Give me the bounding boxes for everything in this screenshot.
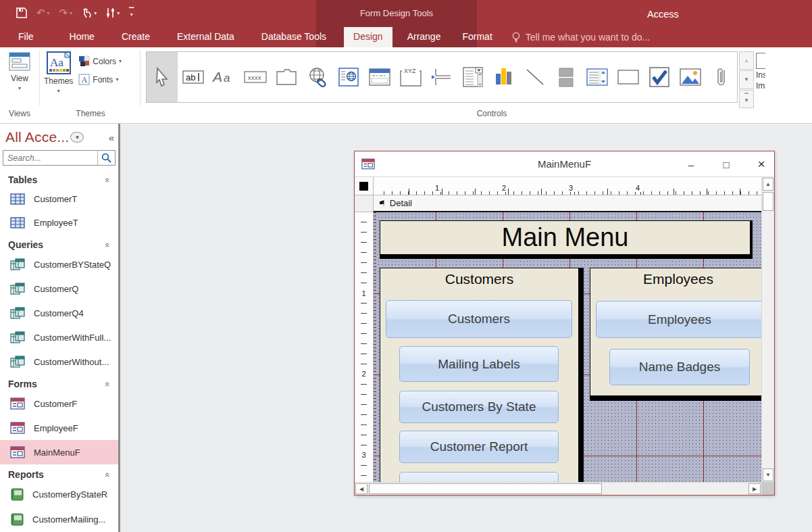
insert-image-icon bbox=[756, 53, 765, 69]
nav-menu-dropdown-icon[interactable]: ▼ bbox=[70, 132, 84, 143]
nav-item-mainmenuf[interactable]: MainMenuF bbox=[0, 440, 118, 464]
name-badges-button[interactable]: Name Badges bbox=[609, 349, 750, 385]
svg-text:A: A bbox=[82, 75, 88, 84]
gallery-scroll-up-icon[interactable]: ▲ bbox=[739, 51, 754, 70]
horizontal-scroll-thumb[interactable] bbox=[369, 483, 602, 494]
ribbon: View ▾ Aa Themes ▾ Colors ▾ A Fonts bbox=[0, 47, 812, 124]
nav-item-customerf[interactable]: CustomerF bbox=[0, 391, 118, 416]
qat-dropdown-icon[interactable]: ▔▾ bbox=[129, 9, 134, 16]
save-icon[interactable] bbox=[16, 7, 27, 18]
nav-item-customerbystater[interactable]: CustomerByStateR bbox=[0, 482, 118, 507]
nav-group-reports[interactable]: Reports« bbox=[0, 464, 118, 482]
nav-item-customerq[interactable]: CustomerQ bbox=[0, 276, 118, 301]
nav-item-customerwithfull[interactable]: CustomerWithFull... bbox=[0, 325, 118, 349]
tab-design[interactable]: Design bbox=[344, 27, 392, 47]
navigation-control-icon[interactable] bbox=[364, 52, 395, 102]
section-selector-cell[interactable] bbox=[355, 195, 373, 212]
attachment-icon[interactable] bbox=[706, 52, 737, 102]
nav-group-tables[interactable]: Tables« bbox=[0, 170, 118, 187]
nav-group-forms[interactable]: Forms« bbox=[0, 374, 118, 391]
vruler-number: 1 bbox=[355, 289, 373, 297]
shutter-bar-collapse-icon[interactable]: « bbox=[109, 132, 114, 143]
search-input[interactable] bbox=[3, 151, 97, 165]
tab-arrange[interactable]: Arrange bbox=[398, 27, 451, 47]
customize-toolbar-icon[interactable]: ▾ bbox=[106, 7, 120, 18]
vertical-ruler[interactable]: 1 2 3 bbox=[355, 195, 374, 482]
form-selector-square[interactable] bbox=[359, 182, 368, 191]
horizontal-scrollbar[interactable]: ◀ ▶ bbox=[355, 482, 761, 495]
minimize-button[interactable]: – bbox=[684, 159, 699, 170]
nav-item-customerwithout[interactable]: CustomerWithout... bbox=[0, 349, 118, 374]
nav-item-customerbystateq[interactable]: CustomerBYStateQ bbox=[0, 252, 118, 276]
button-icon[interactable]: xxxx bbox=[240, 52, 271, 102]
customers-by-state-button[interactable]: Customers By State bbox=[399, 391, 559, 423]
nav-search bbox=[3, 150, 116, 166]
web-browser-control-icon[interactable] bbox=[333, 52, 364, 102]
option-group-icon[interactable]: XYZ bbox=[395, 52, 426, 102]
scroll-down-icon[interactable]: ▼ bbox=[763, 468, 773, 481]
tab-file[interactable]: File bbox=[7, 27, 45, 47]
nav-item-customerq4[interactable]: CustomerQ4 bbox=[0, 301, 118, 325]
check-box-icon[interactable] bbox=[644, 52, 675, 102]
touch-mode-icon[interactable]: ▾ bbox=[82, 7, 97, 18]
form-selector-cell[interactable] bbox=[355, 177, 374, 195]
themes-button[interactable]: Aa Themes ▾ bbox=[44, 47, 73, 94]
customers-panel[interactable]: Customers Customers Mailing Labels Custo… bbox=[380, 268, 584, 482]
mailing-labels-button[interactable]: Mailing Labels bbox=[399, 346, 559, 382]
text-box-icon[interactable]: ab bbox=[178, 52, 209, 102]
controls-gallery: ab Aa xxxx bbox=[146, 51, 738, 103]
employees-form-button[interactable]: Employees bbox=[596, 301, 761, 338]
chart-icon[interactable] bbox=[488, 52, 519, 102]
employees-panel[interactable]: Employees Employees Name Badges bbox=[590, 268, 761, 401]
nav-item-employeef[interactable]: EmployeeF bbox=[0, 416, 118, 440]
nav-item-customert[interactable]: CustomerT bbox=[0, 187, 118, 211]
maximize-button[interactable]: □ bbox=[719, 159, 734, 170]
svg-text:A: A bbox=[212, 70, 222, 84]
colors-button[interactable]: Colors ▾ bbox=[78, 55, 122, 67]
vertical-scrollbar[interactable]: ▲ ▼ bbox=[761, 177, 774, 482]
nav-item-employeet[interactable]: EmployeeT bbox=[0, 211, 118, 235]
label-icon[interactable]: Aa bbox=[209, 52, 240, 102]
redo-icon[interactable]: ↷▾ bbox=[59, 7, 73, 19]
partial-bottom-button[interactable] bbox=[399, 472, 559, 482]
tab-create[interactable]: Create bbox=[112, 27, 159, 47]
customers-form-button[interactable]: Customers bbox=[386, 300, 572, 338]
tab-database-tools[interactable]: Database Tools bbox=[252, 27, 336, 47]
form-window-titlebar[interactable]: MainMenuF – □ × bbox=[355, 151, 774, 177]
horizontal-ruler[interactable]: 1 2 3 4 bbox=[374, 177, 761, 195]
scroll-left-icon[interactable]: ◀ bbox=[355, 483, 367, 494]
scroll-up-icon[interactable]: ▲ bbox=[763, 178, 773, 191]
tab-external-data[interactable]: External Data bbox=[168, 27, 244, 47]
tab-format[interactable]: Format bbox=[453, 27, 501, 47]
vertical-scroll-thumb[interactable] bbox=[763, 192, 773, 211]
rectangle-icon[interactable] bbox=[613, 52, 644, 102]
search-icon[interactable] bbox=[97, 151, 115, 165]
scroll-right-icon[interactable]: ▶ bbox=[748, 483, 761, 494]
undo-icon[interactable]: ↶▾ bbox=[36, 7, 50, 19]
detail-section-bar[interactable]: ⚑ Detail bbox=[374, 195, 761, 212]
fonts-button[interactable]: A Fonts ▾ bbox=[78, 74, 122, 85]
views-group-label: Views bbox=[0, 109, 39, 118]
page-break-icon[interactable] bbox=[426, 52, 457, 102]
tab-control-icon[interactable] bbox=[271, 52, 302, 102]
select-pointer-icon[interactable] bbox=[147, 52, 178, 102]
gallery-scroll-down-icon[interactable]: ▼ bbox=[739, 70, 754, 89]
tab-home[interactable]: Home bbox=[60, 27, 104, 47]
main-menu-header-label[interactable]: Main Menu bbox=[380, 220, 753, 259]
toggle-button-icon[interactable] bbox=[551, 52, 582, 102]
insert-image-label-line2: Image bbox=[756, 81, 765, 91]
hyperlink-icon[interactable] bbox=[302, 52, 333, 102]
gallery-more-icon[interactable]: ▔▼ bbox=[739, 90, 754, 108]
nav-group-queries[interactable]: Queries« bbox=[0, 235, 118, 252]
image-icon[interactable] bbox=[675, 52, 706, 102]
line-icon[interactable] bbox=[519, 52, 551, 102]
tell-me-box[interactable]: Tell me what you want to do... bbox=[502, 27, 650, 47]
nav-item-customermailing[interactable]: CustomerMailing... bbox=[0, 507, 118, 532]
list-box-icon[interactable] bbox=[582, 52, 613, 102]
view-button[interactable]: View ▾ bbox=[8, 47, 31, 108]
design-canvas[interactable]: Main Menu Customers Customers Mailing La… bbox=[374, 212, 761, 482]
combo-box-icon[interactable] bbox=[457, 52, 488, 102]
customer-report-button[interactable]: Customer Report bbox=[399, 431, 559, 463]
close-button[interactable]: × bbox=[754, 157, 769, 172]
insert-image-button[interactable]: Insert Image bbox=[756, 51, 765, 108]
